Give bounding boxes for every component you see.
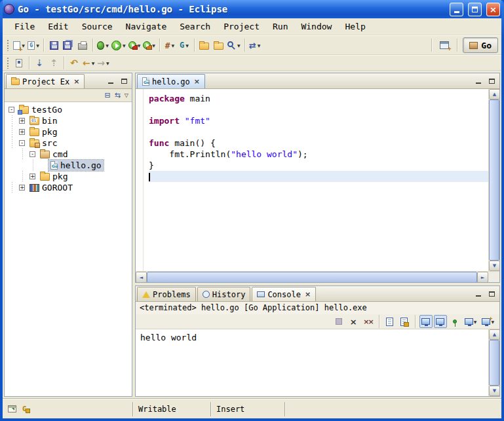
print-button[interactable] [75,37,90,53]
scroll-lock-button[interactable] [398,315,411,328]
search-button[interactable]: ▼ [226,37,242,53]
scroll-down-icon[interactable]: ▼ [489,261,500,271]
tree-item-content[interactable]: testGo [17,104,64,115]
show-console-on-stderr-button[interactable] [434,315,447,328]
code-line[interactable]: } [149,160,488,171]
clear-console-button[interactable] [383,315,397,328]
editor-vertical-scrollbar[interactable]: ▲ ▼ [488,89,499,271]
previous-annotation-button[interactable]: ⇡ [47,56,61,69]
scroll-up-icon[interactable]: ▲ [489,89,500,100]
close-button[interactable]: × [486,3,500,16]
tree-item-content[interactable]: cmd [38,149,69,160]
console-output[interactable]: hello world [136,329,488,396]
console-vertical-scrollbar[interactable]: ▲ ▼ [488,329,499,396]
open-perspective-button[interactable] [437,37,452,53]
fast-view-icon[interactable] [8,405,16,412]
display-selected-console-button[interactable]: ▼ [463,315,479,328]
menu-search[interactable]: Search [173,20,217,33]
code-area[interactable]: package mainimport "fmt"func main() { fm… [144,89,488,271]
code-line[interactable]: import "fmt" [149,115,488,126]
save-button[interactable] [47,37,61,53]
run-button[interactable]: ▼ [110,37,127,53]
minimize-view-button[interactable] [473,289,484,299]
open-console-button[interactable]: ▼ [480,315,496,328]
tab-history[interactable]: History [197,287,251,301]
go-perspective-button[interactable]: Go [463,37,498,53]
maximize-view-button[interactable] [486,289,497,299]
new-wizard-button[interactable]: ▼ [12,37,26,53]
tree-item-src[interactable]: -src [5,137,132,149]
pin-console-button[interactable] [448,315,461,328]
close-icon[interactable]: × [73,77,79,86]
next-annotation-button[interactable]: ⇣ [32,56,47,69]
save-all-button[interactable] [61,37,75,53]
scrollbar-thumb[interactable] [489,340,499,386]
menu-project[interactable]: Project [217,20,266,33]
last-edit-location-button[interactable]: ↶ [67,56,81,69]
collapse-toggle-icon[interactable]: - [19,140,25,146]
link-with-editor-button[interactable]: ⇆ [115,92,121,99]
expand-toggle-icon[interactable]: + [19,185,25,191]
scroll-right-icon[interactable]: ► [477,272,488,283]
new-go-element-button[interactable]: ▼ [26,37,41,53]
scroll-down-icon[interactable]: ▼ [489,386,500,396]
new-go-package-button[interactable]: ▼ [163,37,177,53]
tab-hello-go[interactable]: hello.go × [137,74,205,88]
maximize-view-button[interactable] [119,77,129,86]
expand-toggle-icon[interactable]: + [19,129,25,135]
code-line[interactable]: package main [149,93,488,104]
minimize-view-button[interactable] [106,77,116,86]
run-last-button[interactable]: ▼ [127,37,142,53]
toggle-mark-occurrences-button[interactable] [12,56,26,69]
team-sync-button[interactable]: ▼ [248,37,262,53]
close-icon[interactable]: × [194,77,200,86]
tree-item-content[interactable]: hello.go [48,160,104,171]
scroll-up-icon[interactable]: ▲ [489,329,500,340]
menu-source[interactable]: Source [75,20,119,33]
show-console-on-stdout-button[interactable] [419,315,433,328]
code-line[interactable] [149,126,488,137]
tree-item-content[interactable]: GOROOT [28,182,75,193]
minimize-button[interactable] [450,3,463,16]
menu-file[interactable]: File [8,20,41,33]
tab-project-explorer[interactable]: Project Ex × [6,74,85,88]
titlebar[interactable]: Go - testGo/src/cmd/hello.go - Eclipse × [3,0,501,18]
menu-edit[interactable]: Edit [41,20,75,33]
expand-toggle-icon[interactable]: + [29,174,35,179]
debug-button[interactable]: ▼ [96,37,110,53]
collapse-toggle-icon[interactable]: - [9,107,14,113]
external-tools-button[interactable]: ▼ [142,37,157,53]
remove-launch-button[interactable] [347,315,360,328]
open-project-button[interactable] [212,37,226,53]
editor-horizontal-scrollbar[interactable]: ◄ ► [136,272,488,283]
toolbar-grip[interactable] [7,39,9,51]
forward-button[interactable]: →▼ [96,56,110,69]
remove-all-terminated-button[interactable] [361,315,374,328]
tree-item-pkg[interactable]: +pkg [5,171,132,182]
scrollbar-thumb[interactable] [147,272,477,283]
code-line[interactable] [149,104,488,115]
back-button[interactable]: ←▼ [81,56,96,69]
collapse-toggle-icon[interactable]: - [29,151,35,157]
menu-help[interactable]: Help [338,20,372,33]
maximize-button[interactable] [468,3,482,16]
terminate-button[interactable] [332,315,345,328]
menu-run[interactable]: Run [266,20,294,33]
tree-item-cmd[interactable]: -cmd [5,149,132,160]
tab-console[interactable]: Console× [252,287,316,301]
go-status-icon[interactable] [22,405,30,413]
code-line[interactable]: fmt.Println("hello world"); [149,149,488,160]
tree-item-content[interactable]: bin [28,115,59,126]
maximize-view-button[interactable] [486,77,497,86]
scroll-left-icon[interactable]: ◄ [136,272,147,283]
expand-toggle-icon[interactable]: + [19,118,25,124]
code-line[interactable] [149,171,488,182]
toolbar-grip[interactable] [7,57,9,69]
code-line[interactable]: func main() { [149,137,488,149]
tree-item-content[interactable]: pkg [28,126,59,137]
tree-item-goroot[interactable]: +GOROOT [5,182,132,193]
go-tools-button[interactable]: ▼ [177,37,191,53]
scrollbar-thumb[interactable] [489,100,499,261]
view-menu-button[interactable]: ▽ [125,92,128,99]
open-resource-button[interactable] [197,37,212,53]
